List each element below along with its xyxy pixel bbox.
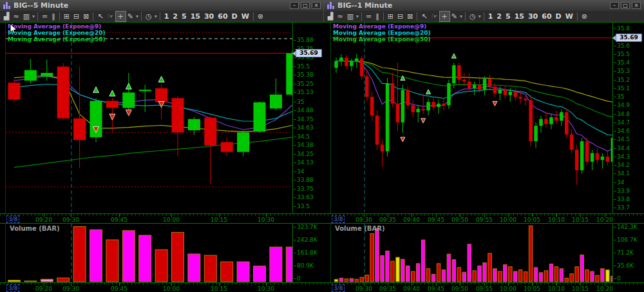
price-chart-plot[interactable]: Moving Average (Expone@9)Moving Average …: [5, 23, 292, 213]
vertical-line-tool-icon[interactable]: ‖: [374, 12, 381, 21]
close-button[interactable]: ×: [632, 2, 641, 9]
interval-1-button[interactable]: 1: [486, 12, 495, 21]
timeframe-clock-icon[interactable]: ◷: [144, 12, 154, 21]
interval-30-button[interactable]: 30: [526, 12, 540, 21]
time-axis-label: 09:55: [476, 217, 493, 223]
interval-2-button[interactable]: 2: [171, 12, 180, 21]
window-titlebar[interactable]: BIG--1 Minute –□×: [324, 0, 644, 11]
time-axis-label: 09:35: [379, 286, 396, 292]
window-title: BIG--5 Minute: [14, 1, 287, 10]
maximize-layout-icon[interactable]: ⊞: [386, 12, 395, 21]
price-axis-label: 34.25: [294, 151, 314, 157]
bar-chart-type-icon[interactable]: ▟: [2, 12, 11, 21]
interval-W-button[interactable]: W: [564, 12, 575, 21]
close-layout-icon[interactable]: ⊠: [405, 12, 415, 21]
line-chart-type-icon[interactable]: ≈: [335, 12, 345, 21]
interval-D-button[interactable]: D: [230, 12, 240, 21]
maximize-layout-icon[interactable]: ⊞: [62, 12, 71, 21]
interval-D-button[interactable]: D: [554, 12, 564, 21]
interval-5-button[interactable]: 5: [180, 12, 189, 21]
price-axis-label: 34.63: [294, 124, 314, 131]
timeframe-caret-icon[interactable]: ▾: [154, 12, 158, 21]
draw-tool-caret-icon[interactable]: ▾: [459, 12, 463, 21]
time-axis-label: 10:10: [548, 217, 565, 223]
price-axis-label: 34: [614, 179, 624, 186]
draw-tool-caret-icon[interactable]: ▾: [135, 12, 139, 21]
crosshair-tool-icon[interactable]: +: [440, 12, 450, 21]
date-label: 3/8: [6, 284, 19, 292]
time-axis-lower[interactable]: 3/809:3009:3509:4009:4509:5009:5510:0010…: [324, 282, 644, 292]
price-axis-label: 34.3: [614, 153, 630, 160]
window-titlebar[interactable]: BIG--5 Minute –□×: [0, 0, 324, 11]
interval-5-button[interactable]: 5: [504, 12, 513, 21]
interval-15-button[interactable]: 15: [189, 12, 202, 21]
interval-W-button[interactable]: W: [240, 12, 251, 21]
vertical-line-tool-icon[interactable]: ‖: [50, 12, 57, 21]
time-axis-lower[interactable]: 3/809:2009:3009:4510:0010:1510:30: [0, 282, 324, 292]
volume-plot[interactable]: Volume (BAR): [5, 224, 292, 282]
hand-tool-icon[interactable]: ☞: [430, 12, 440, 21]
restore-layout-icon[interactable]: ⊟: [71, 12, 81, 21]
time-axis-label: 10:30: [258, 217, 274, 223]
chart-type-caret-icon[interactable]: ▾: [355, 12, 359, 21]
interval-60-button[interactable]: 60: [540, 12, 553, 21]
price-axis[interactable]: 35.69 35.8835.7535.6335.535.3835.2535.13…: [292, 23, 324, 213]
horizontal-line-tool-icon[interactable]: =: [40, 12, 50, 21]
volume-axis: 323.7K242.8K161.8K80.9K0: [292, 224, 324, 282]
restore-button[interactable]: □: [621, 2, 630, 9]
minimize-button[interactable]: –: [290, 2, 299, 9]
time-axis[interactable]: 3/809:2009:3009:4510:0010:1510:30: [0, 213, 324, 223]
candlestick-chart-type-icon[interactable]: ▥: [345, 12, 355, 21]
date-label: 3/8: [332, 215, 345, 223]
crosshair-tool-icon[interactable]: +: [116, 12, 126, 21]
draw-tool-icon[interactable]: ✎: [450, 12, 459, 21]
price-axis-label: 35.5: [294, 63, 310, 70]
price-chart-row: Moving Average (Expone@9)Moving Average …: [324, 23, 644, 213]
minimize-button[interactable]: –: [610, 2, 619, 9]
time-axis-label: 09:35: [379, 217, 396, 223]
price-axis-label: 35: [614, 93, 624, 100]
line-chart-type-icon[interactable]: ≈: [11, 12, 21, 21]
volume-axis-label: 0: [294, 275, 301, 282]
price-axis[interactable]: 35.69 35.835.735.635.535.435.335.235.135…: [612, 23, 644, 213]
price-axis-label: 34.4: [614, 145, 630, 151]
restore-layout-icon[interactable]: ⊟: [395, 12, 405, 21]
volume-plot[interactable]: Volume (BAR): [330, 224, 612, 282]
time-axis-label: 10:15: [572, 217, 589, 223]
interval-2-button[interactable]: 2: [495, 12, 504, 21]
time-axis-label: 10:10: [548, 286, 565, 292]
chart-type-caret-icon[interactable]: ▾: [32, 12, 35, 21]
price-chart-plot[interactable]: Moving Average (Expone@9)Moving Average …: [330, 23, 612, 213]
timeframe-caret-icon[interactable]: ▾: [478, 12, 482, 21]
interval-30-button[interactable]: 30: [202, 12, 216, 21]
price-axis-label: 35.88: [294, 37, 314, 43]
toolbar-separator: [141, 12, 142, 21]
time-axis-label: 09:50: [451, 217, 468, 223]
bar-chart-type-icon[interactable]: ▟: [326, 12, 335, 21]
toolbar-separator: [59, 12, 60, 21]
time-axis[interactable]: 3/809:3009:3509:4009:4509:5009:5510:0010…: [324, 213, 644, 223]
horizontal-line-tool-icon[interactable]: =: [364, 12, 374, 21]
cursor-tool-icon[interactable]: ↖: [419, 12, 429, 21]
price-axis-label: 34.1: [614, 170, 630, 177]
disconnect-icon[interactable]: ⊗: [580, 12, 589, 21]
time-axis-label: 09:20: [35, 217, 52, 223]
candlestick-chart-type-icon[interactable]: ▥: [21, 12, 32, 21]
close-button[interactable]: ×: [312, 2, 321, 9]
hand-tool-icon[interactable]: ☞: [106, 12, 116, 21]
restore-button[interactable]: □: [301, 2, 310, 9]
disconnect-icon[interactable]: ⊗: [256, 12, 265, 21]
close-layout-icon[interactable]: ⊠: [81, 12, 91, 21]
time-axis-label: 09:55: [476, 286, 493, 292]
price-axis-label: 34.5: [294, 133, 310, 140]
time-axis-label: 09:30: [62, 217, 79, 223]
toolbar-separator: [417, 12, 417, 21]
interval-1-button[interactable]: 1: [162, 12, 171, 21]
cursor-tool-icon[interactable]: ↖: [95, 12, 105, 21]
interval-60-button[interactable]: 60: [216, 12, 229, 21]
draw-tool-icon[interactable]: ✎: [126, 12, 135, 21]
price-axis-label: 33.9: [614, 188, 630, 194]
price-chart-row: Moving Average (Expone@9)Moving Average …: [0, 23, 324, 213]
interval-15-button[interactable]: 15: [513, 12, 526, 21]
timeframe-clock-icon[interactable]: ◷: [468, 12, 478, 21]
